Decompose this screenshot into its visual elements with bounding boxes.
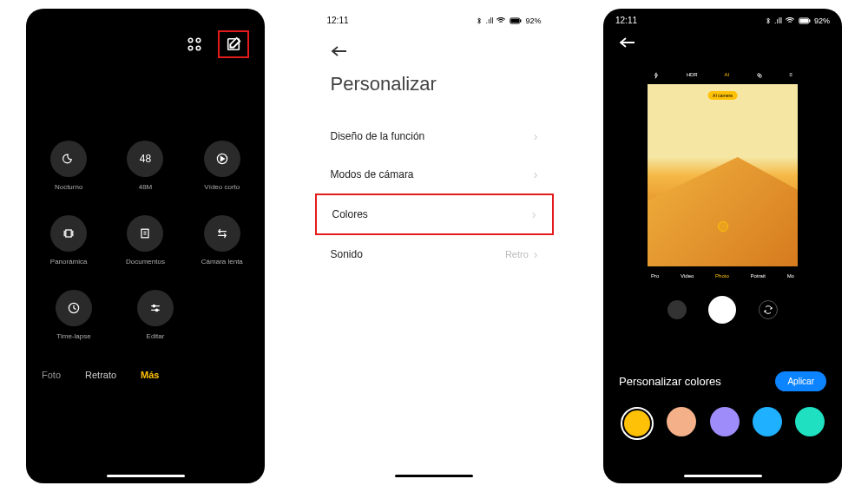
color-swatch-yellow[interactable] [621,407,654,440]
color-swatches [619,407,826,440]
svg-rect-6 [66,230,71,237]
home-indicator[interactable] [395,475,473,477]
mode-editar[interactable]: Editar [121,290,190,340]
svg-point-1 [196,38,201,43]
status-time: 12:11 [327,16,349,25]
color-swatch-blue[interactable] [753,407,782,436]
focus-indicator [718,221,728,232]
svg-rect-13 [520,19,522,22]
panel-title: Personalizar colores [619,375,721,388]
ai-camera-badge: AI camera [707,91,738,100]
wifi-icon [785,17,795,24]
status-icons: .ıll 92% [476,16,541,25]
status-bar: 12:11 .ıll 92% [603,9,842,32]
bluetooth-icon [476,17,483,24]
camera-tabs: Foto Retrato Más [26,364,265,385]
flash-icon [653,72,660,79]
preview-top-controls: HDR AI ≡ [648,70,798,84]
camera-preview-mock: HDR AI ≡ AI camera Pro Video Photo Potra… [642,63,803,358]
phone-personalizar-colores: 12:11 .ıll 92% HDR AI ≡ AI camera Pro Vi… [603,9,842,483]
tab-foto[interactable]: Foto [42,370,61,380]
preview-viewfinder: AI camera [648,84,798,266]
mode-documentos[interactable]: Documentos [110,215,180,266]
settings-list: Diseño de la función › Modos de cámara ›… [315,117,554,273]
mode-camara-lenta[interactable]: Cámara lenta [187,215,257,266]
ai-label: AI [724,72,729,79]
svg-rect-16 [809,19,811,22]
grid-icon[interactable] [187,36,202,52]
item-modos-camara[interactable]: Modos de cámara › [315,155,554,194]
color-swatch-teal[interactable] [795,407,825,436]
svg-point-0 [188,38,193,43]
mode-timelapse[interactable]: Time-lapse [39,290,108,340]
svg-point-10 [155,309,157,311]
page-title: Personalizar [315,57,554,117]
back-button[interactable] [603,32,842,53]
phone-personalizar: 12:11 .ıll 92% Personalizar Diseño de la… [315,9,554,483]
chevron-right-icon: › [534,247,538,261]
filter-icon [756,72,763,79]
wifi-icon [496,17,506,24]
svg-point-9 [153,305,155,306]
phone-camera-modes: Nocturno 48 48M Vídeo corto Panorámica D… [26,9,265,483]
mode-video-corto[interactable]: Vídeo corto [187,141,257,191]
color-swatch-purple[interactable] [710,407,740,436]
color-swatch-peach[interactable] [667,407,696,436]
status-time: 12:11 [615,16,637,25]
mode-panoramica[interactable]: Panorámica [34,215,103,266]
preview-mode-strip: Pro Video Photo Potrait Mo [648,266,798,285]
customize-icon-highlighted[interactable] [218,30,249,58]
home-indicator[interactable] [107,475,185,477]
home-indicator[interactable] [684,475,762,477]
camera-toolbar [26,9,265,67]
tab-mas[interactable]: Más [141,370,159,380]
camera-modes-grid: Nocturno 48 48M Vídeo corto Panorámica D… [26,67,265,340]
preview-shutter-row [648,285,798,334]
status-bar: 12:11 .ıll 92% [315,9,554,32]
tab-retrato[interactable]: Retrato [85,370,116,380]
shutter-button [708,296,736,324]
mode-48m[interactable]: 48 48M [110,141,180,191]
svg-point-2 [188,46,193,50]
switch-camera-icon [759,300,778,319]
item-colores-highlighted[interactable]: Colores › [315,194,554,235]
chevron-right-icon: › [534,167,538,181]
svg-point-3 [196,46,201,50]
item-diseno-funcion[interactable]: Diseño de la función › [315,117,554,155]
mode-nocturno[interactable]: Nocturno [34,141,103,191]
status-icons: .ıll 92% [765,16,830,25]
color-picker-panel: Personalizar colores Aplicar [603,358,842,440]
item-sonido[interactable]: Sonido Retro › [315,235,554,273]
svg-rect-7 [141,229,148,238]
back-button[interactable] [315,32,554,57]
bluetooth-icon [765,17,772,24]
battery-icon [798,17,812,24]
chevron-right-icon: › [532,207,536,221]
apply-button[interactable]: Aplicar [775,371,826,391]
gallery-thumb [667,300,687,319]
hdr-label: HDR [687,72,698,79]
battery-icon [509,17,523,24]
svg-rect-15 [799,18,808,23]
svg-rect-12 [511,18,520,23]
menu-icon: ≡ [789,72,792,79]
chevron-right-icon: › [534,129,538,143]
